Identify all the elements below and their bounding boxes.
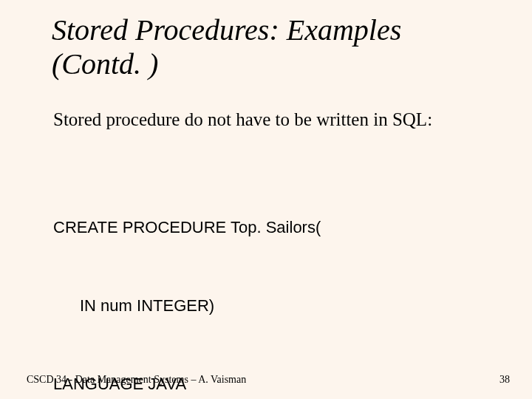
page-number: 38 <box>499 374 510 386</box>
slide: Stored Procedures: Examples (Contd. ) St… <box>0 0 532 399</box>
code-line-1: CREATE PROCEDURE Top. Sailors( <box>53 214 497 240</box>
slide-body-text: Stored procedure do not have to be writt… <box>53 107 489 132</box>
code-line-2: IN num INTEGER) <box>53 293 497 318</box>
slide-title: Stored Procedures: Examples (Contd. ) <box>52 13 495 81</box>
code-block: CREATE PROCEDURE Top. Sailors( IN num IN… <box>53 163 497 399</box>
footer-left: CSCD 34 - Data Management Systems – A. V… <box>27 374 246 386</box>
